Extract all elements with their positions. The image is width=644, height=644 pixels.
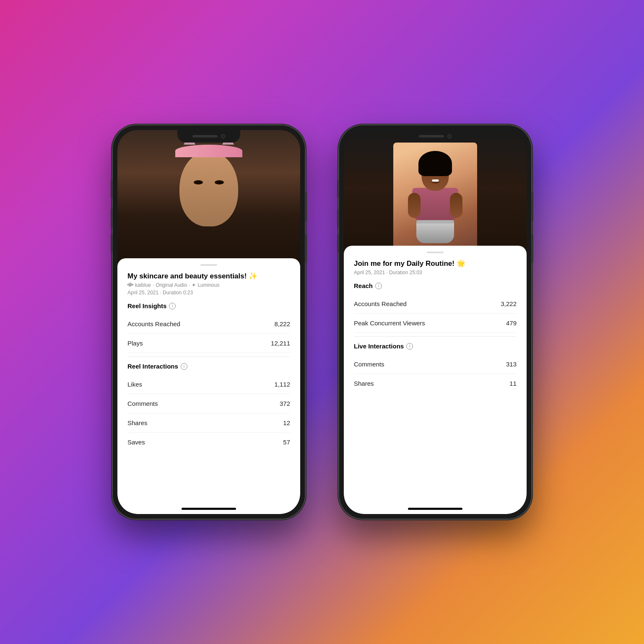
shares-value-1: 12 [283, 419, 290, 426]
pot [416, 220, 454, 243]
head-shape [179, 151, 238, 226]
eye-left [194, 180, 203, 184]
live-interactions-info-icon[interactable]: i [406, 343, 413, 350]
plays-row: Plays 12,211 [127, 334, 290, 353]
accounts-reached-row-1: Accounts Reached 8,222 [127, 314, 290, 334]
peak-viewers-row: Peak Concurrent Viewers 479 [354, 314, 517, 333]
divider-2 [354, 336, 517, 337]
home-indicator-1 [182, 508, 236, 510]
comments-value-2: 313 [506, 361, 517, 368]
home-indicator-2 [408, 508, 462, 510]
peak-viewers-label: Peak Concurrent Viewers [354, 319, 425, 327]
pot-rim [416, 220, 454, 223]
accounts-reached-value-1: 8,222 [274, 320, 290, 327]
comments-label-2: Comments [354, 361, 384, 368]
reach-info-icon[interactable]: i [375, 283, 382, 289]
phone-1-sheet: My skincare and beauty essentials! ✨ kai… [117, 258, 300, 514]
likes-value: 1,112 [274, 381, 290, 388]
phone-2-screen: Join me for my Daily Routine! 🌟 April 25… [344, 130, 527, 514]
audio-icon [127, 282, 133, 288]
reach-header: Reach i [354, 282, 517, 289]
face-detail [167, 151, 251, 256]
eye-right [215, 180, 224, 184]
svg-rect-3 [131, 283, 132, 286]
live-interactions-header: Live Interactions i [354, 343, 517, 350]
accounts-reached-row-2: Accounts Reached 3,222 [354, 294, 517, 314]
live-interactions-title: Live Interactions [354, 343, 404, 350]
svg-rect-1 [129, 283, 130, 286]
speaker-1 [192, 135, 218, 138]
shares-row-2: Shares 11 [354, 374, 517, 393]
eyes-row [194, 180, 224, 184]
phone-1-screen: My skincare and beauty essentials! ✨ kai… [117, 130, 300, 514]
svg-rect-4 [132, 284, 133, 286]
audio-name: kaiblue [135, 282, 151, 288]
notch-2 [404, 130, 467, 143]
accounts-reached-value-2: 3,222 [501, 300, 517, 307]
phone-2-title: Join me for my Daily Routine! 🌟 [354, 259, 517, 268]
reach-title: Reach [354, 282, 373, 289]
phone-2: Join me for my Daily Routine! 🌟 April 25… [339, 125, 532, 519]
comments-value-1: 372 [280, 400, 290, 407]
sheet-handle-1 [200, 264, 217, 266]
original-audio: Original Audio [156, 282, 187, 288]
phone-1-date: April 25, 2021 · Duration 0:23 [127, 290, 290, 296]
arm-right [450, 193, 462, 218]
teeth [432, 179, 439, 182]
reel-interactions-title: Reel Interactions [127, 363, 178, 370]
phone-2-sheet: Join me for my Daily Routine! 🌟 April 25… [344, 246, 527, 514]
phone-1: My skincare and beauty essentials! ✨ kai… [112, 125, 305, 519]
phone-2-date: April 25, 2021 · Duration 25:03 [354, 270, 517, 275]
phone-1-media [117, 130, 300, 273]
camera-1 [221, 134, 225, 138]
effect-icon: ✦ [192, 282, 196, 288]
reel-insights-title: Reel Insights [127, 302, 166, 309]
shares-label-2: Shares [354, 380, 374, 387]
reel-insights-info-icon[interactable]: i [169, 303, 176, 309]
shares-value-2: 11 [509, 380, 517, 387]
likes-label: Likes [127, 381, 142, 388]
likes-row: Likes 1,112 [127, 375, 290, 394]
shares-label-1: Shares [127, 419, 148, 426]
speaker-2 [419, 135, 444, 138]
person-image-inner [393, 143, 477, 252]
svg-rect-0 [127, 284, 128, 286]
reel-interactions-header: Reel Interactions i [127, 363, 290, 370]
person-silhouette [406, 151, 465, 243]
accounts-reached-label-2: Accounts Reached [354, 300, 407, 307]
phone-1-title: My skincare and beauty essentials! ✨ [127, 272, 290, 280]
svg-rect-2 [130, 283, 131, 287]
accounts-reached-label-1: Accounts Reached [127, 320, 180, 327]
notch-1 [177, 130, 240, 143]
plays-value: 12,211 [271, 340, 290, 347]
camera-2 [447, 134, 452, 138]
saves-value: 57 [283, 439, 290, 446]
headband [175, 145, 242, 157]
peak-viewers-value: 479 [506, 319, 517, 327]
reel-insights-header: Reel Insights i [127, 302, 290, 309]
saves-row: Saves 57 [127, 433, 290, 452]
shares-row-1: Shares 12 [127, 413, 290, 433]
plays-label: Plays [127, 340, 143, 347]
effect-name: Luminous [197, 282, 219, 288]
scene: My skincare and beauty essentials! ✨ kai… [0, 0, 644, 644]
reel-interactions-info-icon[interactable]: i [181, 363, 187, 370]
saves-label: Saves [127, 439, 145, 446]
divider-1 [127, 356, 290, 357]
comments-label-1: Comments [127, 400, 158, 407]
sheet-handle-2 [427, 252, 444, 253]
person-image [393, 143, 477, 252]
phone-1-subtitle: kaiblue · Original Audio · ✦ Luminous [127, 282, 290, 288]
comments-row-1: Comments 372 [127, 394, 290, 413]
arm-left [408, 193, 421, 218]
hair [418, 151, 452, 176]
comments-row-2: Comments 313 [354, 355, 517, 374]
